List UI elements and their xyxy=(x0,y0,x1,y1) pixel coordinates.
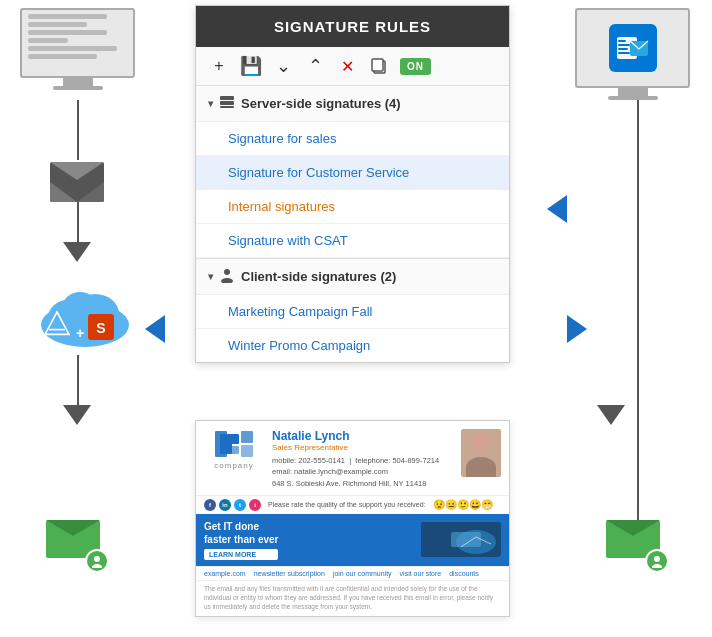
sig-item-marketing[interactable]: Marketing Campaign Fall xyxy=(196,295,509,329)
sig-item-sales[interactable]: Signature for sales xyxy=(196,122,509,156)
svg-rect-5 xyxy=(618,52,630,54)
client-side-label: Client-side signatures (2) xyxy=(241,269,396,284)
sig-item-internal[interactable]: Internal signatures xyxy=(196,190,509,224)
banner-image xyxy=(421,522,501,557)
green-mail-right xyxy=(606,520,666,570)
preview-name: Natalie Lynch xyxy=(272,429,453,443)
arrow-down-1 xyxy=(63,242,91,262)
toolbar: + 💾 ⌄ ⌃ ✕ ON xyxy=(196,47,509,86)
add-button[interactable]: + xyxy=(208,55,230,77)
preview-disclaimer: The email and any files transmitted with… xyxy=(196,580,509,616)
server-side-label: Server-side signatures (4) xyxy=(241,96,401,111)
copy-button[interactable] xyxy=(368,55,390,77)
person-icon xyxy=(219,267,235,286)
connector-right-3 xyxy=(637,390,639,520)
connector-line-2 xyxy=(77,202,79,242)
company-logo-svg xyxy=(213,429,255,459)
banner-line1: Get IT done xyxy=(204,520,278,533)
sig-item-winter[interactable]: Winter Promo Campaign xyxy=(196,329,509,362)
monitor-line xyxy=(28,46,117,51)
banner-content: Get IT done faster than ever LEARN MORE xyxy=(204,520,278,560)
svg-text:S: S xyxy=(96,320,105,336)
outlook-screen xyxy=(575,8,690,88)
monitor-base xyxy=(608,96,658,100)
linkedin-icon: in xyxy=(219,499,231,511)
preview-photo xyxy=(461,429,501,477)
move-down-button[interactable]: ⌄ xyxy=(272,55,294,77)
svg-point-25 xyxy=(224,269,230,275)
preview-social-row: f in t i Please rate the quality of the … xyxy=(196,495,509,514)
outlook-icon xyxy=(609,24,657,72)
mail-icon-top xyxy=(50,162,104,202)
twitter-icon: t xyxy=(234,499,246,511)
svg-point-17 xyxy=(92,564,102,568)
monitor-line xyxy=(28,54,97,59)
left-monitor xyxy=(20,8,135,90)
link-website[interactable]: example.com xyxy=(204,570,246,577)
link-newsletter[interactable]: newsletter subscription xyxy=(254,570,325,577)
monitor-base xyxy=(53,86,103,90)
logo-text: company xyxy=(214,461,253,470)
client-side-group-header[interactable]: ▾ Client-side signatures (2) xyxy=(196,258,509,295)
instagram-icon: i xyxy=(249,499,261,511)
svg-rect-22 xyxy=(220,96,234,100)
preview-contact-info: Natalie Lynch Sales Representative mobil… xyxy=(272,429,453,489)
monitor-screen xyxy=(20,8,135,78)
person-head xyxy=(472,433,490,451)
facebook-icon: f xyxy=(204,499,216,511)
social-text: Please rate the quality of the support y… xyxy=(268,501,426,508)
svg-rect-31 xyxy=(229,446,239,454)
toggle-on[interactable]: ON xyxy=(400,58,431,75)
svg-rect-2 xyxy=(618,40,626,42)
monitor-line xyxy=(28,30,107,35)
svg-text:+: + xyxy=(76,325,84,341)
arrow-left-panel xyxy=(547,195,567,223)
svg-rect-24 xyxy=(220,106,234,108)
svg-point-18 xyxy=(654,556,660,562)
sig-item-customer-service[interactable]: Signature for Customer Service xyxy=(196,156,509,190)
right-monitor xyxy=(575,8,690,100)
arrow-left-from-panel xyxy=(145,315,165,343)
preview-contact-details: mobile: 202-555-0141 | telephone: 504-89… xyxy=(272,455,453,489)
cloud-svg: + S xyxy=(30,270,140,355)
arrow-right-panel xyxy=(567,315,587,343)
arrow-down-2 xyxy=(63,405,91,425)
preview-banner: Get IT done faster than ever LEARN MORE xyxy=(196,514,509,566)
sig-item-csat[interactable]: Signature with CSAT xyxy=(196,224,509,258)
green-mail-left xyxy=(46,520,106,570)
banner-line2: faster than ever xyxy=(204,533,278,546)
person-body xyxy=(466,457,496,477)
svg-rect-36 xyxy=(451,532,481,547)
svg-rect-30 xyxy=(229,434,239,444)
preview-logo: company xyxy=(204,429,264,470)
chevron-icon: ▾ xyxy=(208,98,213,109)
connector-right-1 xyxy=(637,100,639,215)
preview-header: company Natalie Lynch Sales Representati… xyxy=(196,421,509,495)
panel-title: SIGNATURE RULES xyxy=(196,6,509,47)
signature-preview: company Natalie Lynch Sales Representati… xyxy=(195,420,510,617)
connector-right-2 xyxy=(637,210,639,390)
delete-button[interactable]: ✕ xyxy=(336,55,358,77)
server-icon xyxy=(219,94,235,113)
cloud-logos: + S xyxy=(30,270,140,355)
banner-cta: LEARN MORE xyxy=(204,549,278,560)
monitor-line xyxy=(28,14,107,19)
move-up-button[interactable]: ⌃ xyxy=(304,55,326,77)
arrow-down-right xyxy=(597,405,625,425)
monitor-line xyxy=(28,22,87,27)
server-side-group-header[interactable]: ▾ Server-side signatures (4) xyxy=(196,86,509,122)
svg-rect-33 xyxy=(241,445,253,457)
svg-rect-4 xyxy=(618,48,628,50)
connector-line-3 xyxy=(77,355,79,405)
link-community[interactable]: join our community xyxy=(333,570,392,577)
signature-rules-panel: SIGNATURE RULES + 💾 ⌄ ⌃ ✕ ON ▾ xyxy=(195,5,510,363)
chevron-icon-2: ▾ xyxy=(208,271,213,282)
link-discounts[interactable]: discounts xyxy=(449,570,479,577)
svg-rect-32 xyxy=(241,431,253,443)
svg-rect-3 xyxy=(618,44,630,46)
link-store[interactable]: visit our store xyxy=(400,570,442,577)
monitor-line xyxy=(28,38,68,43)
svg-rect-23 xyxy=(220,101,234,105)
save-button[interactable]: 💾 xyxy=(240,55,262,77)
preview-title: Sales Representative xyxy=(272,443,453,452)
